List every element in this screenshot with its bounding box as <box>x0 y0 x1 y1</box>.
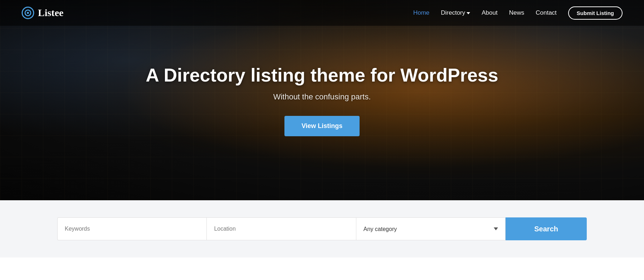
category-select-wrap: Any category Restaurants Hotels Shopping… <box>356 217 506 240</box>
nav-link-contact[interactable]: Contact <box>536 9 557 16</box>
nav-item-directory[interactable]: Directory <box>441 9 470 16</box>
hero-content: A Directory listing theme for WordPress … <box>146 64 498 136</box>
location-input[interactable] <box>214 226 348 232</box>
nav-link-directory[interactable]: Directory <box>441 9 470 16</box>
chevron-down-icon <box>467 12 470 14</box>
logo[interactable]: Listee <box>21 6 64 19</box>
location-input-wrap <box>206 217 356 240</box>
hero-title: A Directory listing theme for WordPress <box>146 64 498 86</box>
nav-item-home[interactable]: Home <box>413 9 429 16</box>
navbar: Listee Home Directory About News Contact… <box>0 0 644 26</box>
nav-item-about[interactable]: About <box>482 9 497 16</box>
logo-text: Listee <box>38 7 64 19</box>
logo-icon <box>21 6 34 19</box>
keywords-input[interactable] <box>65 226 199 232</box>
category-select[interactable]: Any category Restaurants Hotels Shopping… <box>364 226 498 232</box>
nav-item-contact[interactable]: Contact <box>536 9 557 16</box>
nav-link-news[interactable]: News <box>509 9 525 16</box>
hero-section: A Directory listing theme for WordPress … <box>0 0 644 200</box>
search-section: Any category Restaurants Hotels Shopping… <box>0 200 644 257</box>
nav-links: Home Directory About News Contact Submit… <box>413 6 623 20</box>
keywords-input-wrap <box>57 217 206 240</box>
nav-item-news[interactable]: News <box>509 9 525 16</box>
nav-item-submit[interactable]: Submit Listing <box>568 6 623 20</box>
svg-point-2 <box>27 12 29 14</box>
hero-subtitle: Without the confusing parts. <box>146 92 498 102</box>
view-listings-button[interactable]: View Listings <box>284 116 360 136</box>
submit-listing-button[interactable]: Submit Listing <box>568 6 623 20</box>
search-button[interactable]: Search <box>506 217 587 240</box>
nav-link-about[interactable]: About <box>482 9 497 16</box>
nav-link-home[interactable]: Home <box>413 9 429 16</box>
